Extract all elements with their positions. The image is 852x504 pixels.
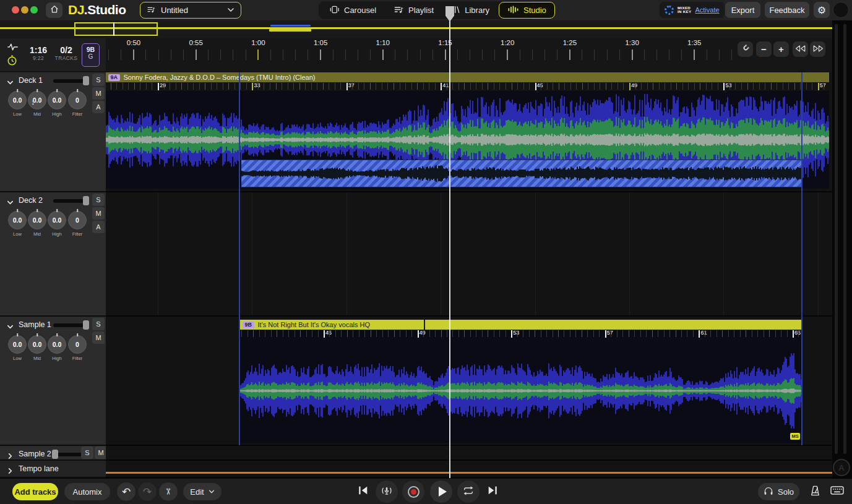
automix-button[interactable]: Automix (64, 483, 110, 500)
stopwatch-icon[interactable] (7, 55, 17, 68)
solo-button[interactable]: Solo (758, 483, 799, 500)
knob-group-low: 0.0Low (6, 211, 28, 237)
deck-1-s-button[interactable]: S (92, 74, 105, 86)
vertical-scrollbar[interactable] (832, 20, 852, 478)
section-name[interactable]: Deck 1 (19, 76, 43, 85)
deck-2-s-button[interactable]: S (92, 194, 105, 206)
sample-2-s-button[interactable]: S (81, 446, 93, 459)
add-tracks-button[interactable]: Add tracks (12, 483, 58, 500)
grid-line (346, 192, 347, 315)
zoom-in-button[interactable]: + (773, 41, 789, 57)
ruler-major-tick (445, 49, 446, 60)
split-button[interactable]: ✂ (159, 482, 178, 501)
mix-marker-line-start[interactable] (239, 72, 240, 445)
deck1-vocal-overlay-region[interactable] (241, 160, 801, 187)
ruler-minor-tick (619, 49, 620, 60)
knob-low[interactable]: 0.0 (8, 335, 27, 354)
volume-slider-handle[interactable] (83, 196, 89, 205)
mixed-in-key-badge[interactable]: MIXED IN KEY Activate (660, 2, 725, 18)
sample-1-s-button[interactable]: S (92, 318, 105, 330)
dj-studio-window: DJ.Studio Untitled Carousel Playlist Lib… (0, 0, 852, 504)
project-name-dropdown[interactable]: Untitled (140, 2, 241, 19)
beat-tick (447, 83, 447, 90)
loop-button[interactable] (457, 481, 480, 503)
rewind-button[interactable] (793, 41, 808, 57)
sample1-ms-badge[interactable]: MS (790, 433, 800, 440)
undo-button[interactable]: ↶ (117, 482, 136, 501)
metronome-button[interactable] (806, 482, 824, 501)
deck-1-a-button[interactable]: A (92, 101, 105, 113)
knob-filter[interactable]: 0 (68, 211, 87, 229)
chevron-down-icon[interactable] (7, 197, 14, 208)
scrollbar-thumb[interactable] (843, 24, 846, 454)
beat-tick (364, 330, 365, 337)
record-voiceover-button[interactable] (376, 481, 398, 503)
home-button[interactable] (46, 2, 62, 18)
volume-slider-handle[interactable] (83, 320, 89, 330)
beat-tick (441, 330, 442, 337)
tab-studio[interactable]: Studio (499, 2, 555, 19)
beat-tick (317, 83, 317, 90)
zoom-out-button[interactable]: − (756, 41, 772, 57)
beat-tick (187, 83, 188, 90)
chevron-right-icon[interactable] (7, 466, 14, 477)
minimap-viewport[interactable] (74, 22, 158, 36)
skip-to-end-button[interactable] (481, 481, 504, 503)
user-avatar[interactable] (833, 2, 849, 18)
automation-toggle-button[interactable]: A (833, 459, 850, 476)
shortcuts-keyboard-button[interactable] (828, 482, 846, 501)
activate-link[interactable]: Activate (695, 6, 719, 14)
record-button[interactable] (402, 481, 424, 503)
export-button[interactable]: Export (725, 2, 760, 18)
close-window-button[interactable] (12, 6, 19, 14)
section-name[interactable]: Sample 1 (19, 320, 51, 329)
mix-marker-line-end[interactable] (801, 72, 803, 445)
skip-to-start-button[interactable] (352, 481, 374, 503)
deck2-empty-lane[interactable] (106, 192, 832, 315)
section-name[interactable]: Sample 2 (19, 450, 51, 458)
key-display[interactable]: 9B G (82, 43, 100, 67)
tab-playlist[interactable]: Playlist (385, 2, 442, 18)
knob-high[interactable]: 0.0 (48, 91, 66, 109)
knob-filter[interactable]: 0 (68, 335, 87, 354)
knob-filter[interactable]: 0 (68, 91, 87, 109)
chevron-down-icon[interactable] (7, 322, 14, 333)
chevron-down-icon[interactable] (7, 77, 14, 88)
tab-label: Carousel (344, 6, 376, 15)
edit-menu-button[interactable]: Edit (183, 483, 222, 500)
section-name[interactable]: Deck 2 (19, 196, 43, 205)
sample1-waveform-canvas[interactable] (240, 338, 801, 443)
zoom-window-button[interactable] (30, 6, 38, 14)
deck-1-m-button[interactable]: M (92, 87, 105, 100)
knob-mid[interactable]: 0.0 (28, 211, 46, 229)
snap-magnet-button[interactable] (738, 41, 753, 57)
scrollbar-track[interactable] (835, 24, 838, 454)
deck-2-m-button[interactable]: M (92, 207, 105, 220)
volume-slider-handle[interactable] (83, 76, 89, 85)
knob-low[interactable]: 0.0 (8, 91, 27, 109)
feedback-button[interactable]: Feedback (765, 2, 809, 18)
knob-high[interactable]: 0.0 (48, 335, 66, 354)
ruler-minor-tick (145, 49, 146, 60)
volume-slider-handle[interactable] (52, 450, 58, 459)
timeline-ruler[interactable]: 0:500:551:001:051:101:151:201:251:301:35… (0, 38, 852, 71)
deck1-clip-header[interactable]: 9A Sonny Fodera, Jazzy & D.O.D – Someday… (106, 72, 829, 82)
arrangement-area[interactable]: 9A Sonny Fodera, Jazzy & D.O.D – Someday… (106, 71, 832, 478)
minimize-window-button[interactable] (21, 6, 28, 14)
sample1-clip-header[interactable]: 9B It's Not Right But It's Okay vocals H… (240, 320, 801, 330)
knob-mid[interactable]: 0.0 (28, 335, 46, 354)
tempo-automation-line[interactable] (106, 472, 832, 474)
timeline-minimap[interactable] (0, 20, 852, 38)
section-name[interactable]: Tempo lane (19, 464, 59, 473)
settings-gear-button[interactable]: ⚙ (814, 2, 830, 18)
deck-2-a-button[interactable]: A (92, 221, 105, 233)
tab-carousel[interactable]: Carousel (321, 2, 384, 18)
beat-tick (693, 330, 694, 337)
fast-forward-button[interactable] (810, 41, 825, 57)
sample-1-m-button[interactable]: M (92, 331, 105, 344)
redo-button[interactable]: ↷ (138, 482, 157, 501)
knob-low[interactable]: 0.0 (8, 211, 27, 229)
knob-high[interactable]: 0.0 (48, 211, 66, 229)
play-button[interactable] (430, 481, 452, 503)
sample-2-m-button[interactable]: M (95, 446, 107, 459)
